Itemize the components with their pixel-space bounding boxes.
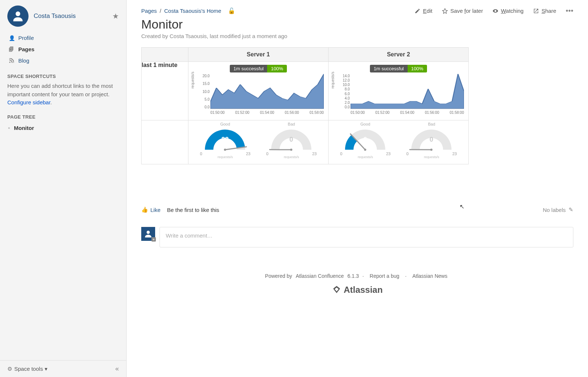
atlassian-icon: [332, 285, 341, 295]
gauge-unit: requests/s: [264, 155, 319, 159]
gauge-bad-label: Bad: [404, 122, 459, 126]
gauge-bad-label: Bad: [264, 122, 319, 126]
server2-y-axis: 14.012.010.08.06.04.02.00.0: [338, 74, 350, 109]
table-header-server1: Server 1: [188, 48, 328, 62]
breadcrumb-home[interactable]: Costa Tsaousis's Home: [164, 8, 221, 14]
sidebar: Costa Tsaousis ★ 👤 Profile 🗐 Pages Blog: [0, 0, 127, 377]
server2-badge-pct: 100%: [408, 65, 427, 72]
monitor-table: Server 1 Server 2 last 1 minute 1m succe…: [141, 47, 469, 164]
chevron-down-icon: ▾: [45, 366, 48, 372]
gear-icon: ⚙: [7, 366, 12, 372]
main-content: Pages / Costa Tsaousis's Home 🔓 Edit Sav…: [127, 0, 588, 377]
save-for-later-button[interactable]: Save for later: [442, 8, 483, 14]
gauge-min: 0: [266, 152, 268, 156]
pencil-icon: [415, 8, 420, 14]
svg-point-1: [9, 61, 11, 63]
server1-chart-cell: 1m successful100% requests/s 20.015.010.…: [188, 62, 328, 120]
svg-text:6: 6: [363, 136, 367, 143]
page-tree-item-monitor[interactable]: Monitor: [7, 123, 119, 133]
server1-gauge-good: Good 22 023 requests/s: [198, 122, 252, 159]
watching-button[interactable]: Watching: [493, 8, 524, 14]
watching-label: Watching: [501, 8, 524, 14]
space-name-link[interactable]: Costa Tsaousis: [34, 12, 107, 20]
eye-icon: [493, 8, 498, 14]
svg-text:0: 0: [430, 136, 433, 143]
thumb-up-icon: 👍: [141, 206, 148, 213]
sidebar-item-pages[interactable]: 🗐 Pages: [7, 44, 119, 55]
sidebar-item-blog[interactable]: Blog: [7, 55, 119, 66]
svg-point-0: [16, 11, 20, 16]
no-labels-text: No labels: [543, 207, 566, 213]
server2-gauge-good: Good 6 023 requests/s: [338, 122, 393, 159]
y-axis-label: requests/s: [191, 72, 195, 89]
collapse-sidebar-icon[interactable]: «: [115, 365, 119, 373]
footer-news-link[interactable]: Atlassian News: [412, 273, 447, 279]
add-icon: +: [151, 237, 156, 242]
svg-point-9: [364, 149, 366, 151]
edit-label: Edit: [423, 8, 432, 14]
server1-badge-label: 1m successful: [230, 65, 267, 72]
footer-product-link[interactable]: Atlassian Confluence: [296, 273, 344, 279]
server2-badge: 1m successful100%: [332, 65, 465, 72]
sidebar-label-profile: Profile: [18, 35, 34, 41]
breadcrumb-pages[interactable]: Pages: [141, 8, 157, 14]
comment-avatar[interactable]: +: [141, 227, 155, 241]
gauge-unit: requests/s: [404, 155, 459, 159]
space-avatar[interactable]: [7, 5, 29, 27]
gauge-min: 0: [200, 152, 202, 156]
share-label: Share: [542, 8, 556, 14]
page-title: Monitor: [141, 17, 573, 31]
footer-powered: Powered by: [265, 273, 293, 279]
breadcrumb-separator: /: [160, 8, 161, 14]
like-label: Like: [150, 207, 161, 213]
like-prompt: Be the first to like this: [167, 207, 220, 213]
row-label: last 1 minute: [142, 62, 188, 120]
more-actions-button[interactable]: •••: [566, 7, 573, 15]
sidebar-label-pages: Pages: [18, 46, 34, 52]
edit-button[interactable]: Edit: [415, 8, 432, 14]
like-button[interactable]: 👍 Like: [141, 206, 161, 213]
server2-badge-label: 1m successful: [370, 65, 407, 72]
svg-point-12: [430, 149, 432, 151]
star-icon[interactable]: ★: [112, 12, 119, 20]
page-byline: Created by Costa Tsaousis, last modified…: [141, 33, 573, 39]
atlassian-logo: Atlassian: [141, 285, 573, 295]
rss-icon: [9, 58, 15, 63]
space-tools-button[interactable]: ⚙Space tools ▾: [7, 366, 48, 372]
unlock-icon[interactable]: 🔓: [228, 7, 235, 14]
gauge-max: 23: [312, 152, 317, 156]
server1-y-axis: 20.015.010.05.00.0: [198, 74, 210, 109]
sidebar-label-blog: Blog: [18, 57, 29, 64]
shortcut-help-text: Here you can add shortcut links to the m…: [7, 83, 113, 97]
gauge-max: 23: [246, 152, 250, 156]
footer: Powered by Atlassian Confluence 6.1.3 · …: [141, 273, 573, 295]
table-header-server2: Server 2: [328, 48, 468, 62]
page-actions: Edit Save for later Watching Share •••: [415, 7, 573, 15]
sidebar-item-profile[interactable]: 👤 Profile: [7, 32, 119, 44]
share-button[interactable]: Share: [533, 8, 556, 14]
server1-x-axis: 01:50:0001:52:0001:54:0001:56:0001:58:00: [210, 111, 324, 118]
gauge-unit: requests/s: [338, 155, 393, 159]
person-icon: [11, 9, 25, 23]
gauge-max: 23: [386, 152, 390, 156]
footer-report-link[interactable]: Report a bug: [370, 273, 399, 279]
svg-text:0: 0: [289, 136, 293, 143]
space-tools-label: Space tools: [14, 366, 43, 372]
page-tree-heading: Page Tree: [7, 114, 119, 120]
svg-point-3: [224, 149, 226, 151]
svg-point-6: [290, 149, 292, 151]
comment-input[interactable]: Write a comment…: [160, 227, 573, 247]
configure-sidebar-link[interactable]: Configure sidebar: [7, 99, 50, 105]
server1-badge-pct: 100%: [267, 65, 286, 72]
server2-chart-cell: 1m successful100% requests/s 14.012.010.…: [328, 62, 468, 120]
breadcrumbs: Pages / Costa Tsaousis's Home 🔓: [141, 7, 235, 14]
gauge-good-label: Good: [198, 122, 252, 126]
gauge-max: 23: [452, 152, 457, 156]
gauge-min: 0: [406, 152, 408, 156]
server1-badge: 1m successful100%: [192, 65, 325, 72]
edit-labels-icon[interactable]: ✎: [569, 206, 573, 213]
server1-gauges: Good 22 023 requests/s Bad 0 023 request…: [188, 120, 328, 164]
share-icon: [533, 8, 539, 14]
footer-version: 6.1.3: [346, 273, 359, 279]
gauge-good-label: Good: [338, 122, 393, 126]
